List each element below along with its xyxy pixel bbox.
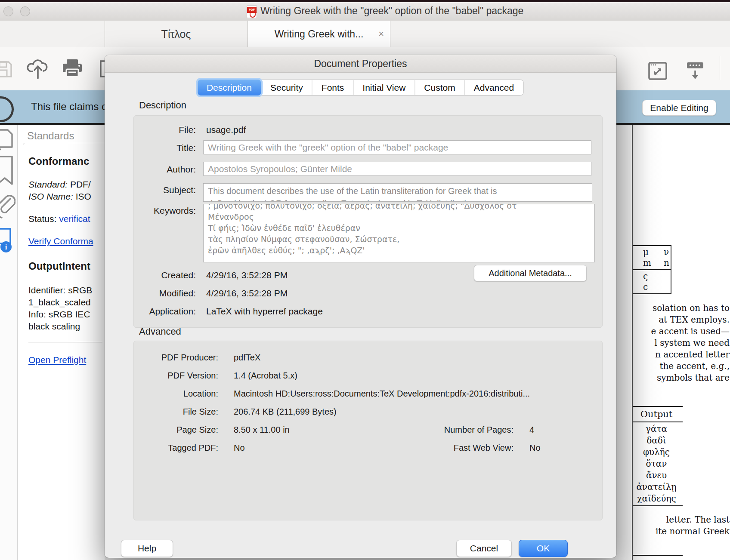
file-size-value: 206.74 KB (211,699 Bytes) — [234, 407, 337, 417]
iso-name-line: ISO Name: ISO — [28, 191, 91, 202]
cancel-button[interactable]: Cancel — [456, 540, 512, 557]
number-of-pages-label: Number of Pages: — [406, 425, 513, 435]
bookmarks-icon[interactable] — [0, 155, 15, 187]
modified-value: 4/29/16, 3:52:28 PM — [206, 288, 288, 298]
page-size-label: Page Size: — [108, 425, 218, 435]
author-input[interactable] — [203, 162, 591, 176]
notice-status-icon — [0, 90, 20, 123]
pdf-page-content: μν mn ς c solation on has to at TEX empl… — [632, 125, 730, 560]
title-input[interactable] — [203, 140, 591, 154]
number-of-pages-value: 4 — [529, 425, 534, 435]
location-value: Macintosh HD:Users:ross:Documents:TeX De… — [234, 389, 530, 399]
conformance-heading: Conformanc — [28, 155, 89, 167]
ok-button[interactable]: OK — [519, 540, 568, 557]
open-preflight-link[interactable]: Open Preflight — [28, 355, 86, 365]
subject-input[interactable]: This document describes the use of the L… — [203, 183, 592, 202]
traffic-light-button[interactable] — [3, 6, 13, 16]
info-line-2: black scaling — [28, 321, 80, 332]
tagged-pdf-value: No — [234, 443, 245, 453]
pdf-paragraph-fragment: solation on has to at TEX employs. e acc… — [632, 302, 730, 384]
standards-panel-icon[interactable]: i — [0, 226, 17, 254]
advanced-section-label: Advanced — [139, 326, 181, 337]
info-line: Info: sRGB IEC — [28, 309, 90, 320]
status-line: Status: verificat — [28, 214, 90, 224]
verify-conformance-link[interactable]: Verify Conforma — [28, 236, 93, 246]
pdf-producer-value: pdfTeX — [234, 353, 260, 363]
file-value: usage.pdf — [206, 125, 246, 135]
pdf-bottom-rule — [632, 555, 683, 556]
document-gutter — [616, 125, 632, 560]
fit-window-icon[interactable] — [647, 60, 668, 82]
keywords-input[interactable]: ; μονοτονιχο; πολυτονιχο; οξεια; αερας; … — [203, 204, 595, 262]
status-value-link[interactable]: verificat — [59, 214, 90, 224]
file-size-label: File Size: — [108, 407, 218, 417]
standards-panel-content: Conformanc Standard: PDF/ ISO Name: ISO … — [23, 143, 105, 560]
keywords-label: Keywords: — [108, 206, 196, 216]
tab-description[interactable]: Description — [198, 80, 261, 95]
output-table-fragment: Output γάτα δαδὶ φυλῆς ὅταν ἄνευ ἀνατείλ… — [632, 405, 683, 507]
application-value: LaTeX with hyperref package — [206, 306, 323, 317]
print-icon[interactable] — [61, 58, 84, 80]
fast-web-view-value: No — [529, 443, 541, 453]
author-label: Author: — [108, 164, 196, 175]
standard-line: Standard: PDF/ — [28, 179, 91, 190]
identifier-line-2: 1_black_scaled — [28, 297, 91, 308]
pdf-tail-text: letter. The last ite normal Greek — [632, 514, 730, 537]
created-label: Created: — [108, 270, 196, 280]
modified-label: Modified: — [108, 288, 196, 298]
attachments-icon[interactable] — [0, 193, 15, 223]
file-label: File: — [108, 125, 196, 135]
app-window: PDF Writing Greek with the "greek" optio… — [0, 0, 730, 560]
tab-document-titlos[interactable]: Τίτλος — [105, 21, 247, 47]
dialog-tab-bar: Description Security Fonts Initial View … — [198, 80, 523, 95]
window-title: Writing Greek with the "greek" option of… — [260, 5, 523, 17]
help-button[interactable]: Help — [121, 540, 173, 557]
cloud-upload-icon[interactable] — [27, 57, 49, 81]
enable-editing-button[interactable]: Enable Editing — [642, 100, 716, 116]
document-properties-dialog: Document Properties Description Security… — [105, 55, 616, 558]
outputintent-heading: OutputIntent — [28, 260, 90, 272]
tab-document-active[interactable]: Writing Greek with... × — [247, 21, 390, 47]
save-icon[interactable] — [0, 59, 14, 79]
application-label: Application: — [108, 306, 196, 317]
panel-divider — [28, 342, 102, 342]
dialog-title: Document Properties — [105, 55, 616, 73]
standards-panel: Standards Conformanc Standard: PDF/ ISO … — [18, 125, 105, 560]
location-label: Location: — [108, 389, 218, 399]
output-table-header: Output — [632, 408, 683, 421]
title-label: Title: — [108, 143, 196, 153]
additional-metadata-button[interactable]: Additional Metadata... — [474, 265, 587, 281]
hide-toolbar-icon[interactable] — [684, 60, 706, 82]
tab-document-label: Writing Greek with... — [275, 28, 364, 40]
created-value: 4/29/16, 3:52:28 PM — [206, 270, 288, 280]
tab-advanced[interactable]: Advanced — [464, 80, 523, 95]
description-section-label: Description — [139, 100, 186, 111]
tagged-pdf-label: Tagged PDF: — [108, 443, 218, 453]
toolbar-divider — [720, 56, 720, 80]
subject-label: Subject: — [108, 185, 196, 195]
pdf-version-value: 1.4 (Acrobat 5.x) — [234, 371, 297, 381]
traffic-light-button[interactable] — [20, 6, 30, 16]
pdf-version-label: PDF Version: — [108, 371, 218, 381]
page-size-value: 8.50 x 11.00 in — [234, 425, 290, 435]
fast-web-view-label: Fast Web View: — [406, 443, 513, 453]
tab-security[interactable]: Security — [261, 80, 312, 95]
navigation-rail: i — [0, 125, 17, 560]
standards-panel-title: Standards — [27, 130, 74, 142]
pdf-producer-label: PDF Producer: — [108, 353, 218, 363]
tab-initial-view[interactable]: Initial View — [353, 80, 414, 95]
transliteration-table-fragment: μν mn ς c — [632, 245, 671, 294]
identifier-line: Identifier: sRGB — [28, 285, 92, 295]
export-pdf-icon[interactable] — [0, 128, 15, 151]
close-tab-icon[interactable]: × — [378, 21, 384, 47]
tab-custom[interactable]: Custom — [414, 80, 464, 95]
pdf-file-icon: PDF — [247, 5, 257, 18]
svg-text:i: i — [5, 243, 7, 251]
tab-fonts[interactable]: Fonts — [312, 80, 353, 95]
